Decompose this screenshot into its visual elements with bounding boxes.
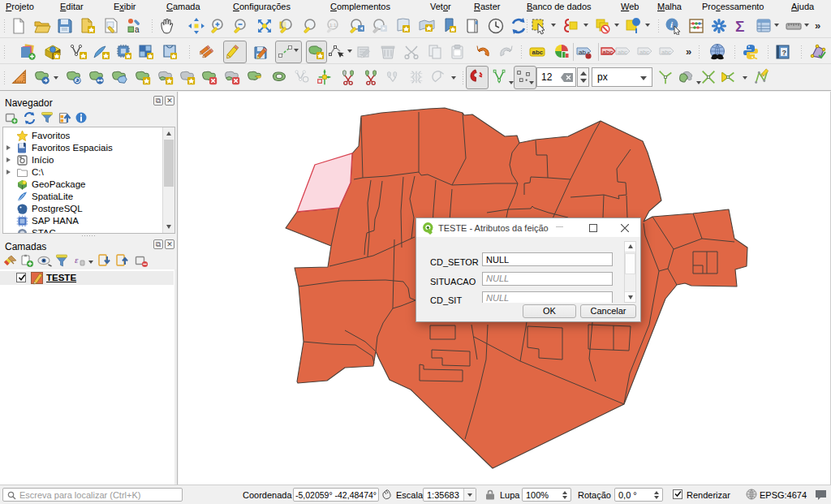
svg-text:ε: ε: [75, 255, 79, 265]
svg-text:1:1: 1:1: [329, 23, 337, 28]
svg-text:abc: abc: [603, 49, 614, 56]
svg-text:abc: abc: [532, 49, 544, 56]
svg-text:abc: abc: [661, 49, 671, 56]
svg-text:Σ: Σ: [735, 18, 744, 35]
svg-text:?: ?: [782, 49, 787, 57]
svg-text:a: a: [135, 25, 140, 34]
svg-text:abc: abc: [639, 49, 649, 56]
svg-text:abc: abc: [618, 49, 627, 56]
svg-text:ab: ab: [579, 49, 586, 56]
